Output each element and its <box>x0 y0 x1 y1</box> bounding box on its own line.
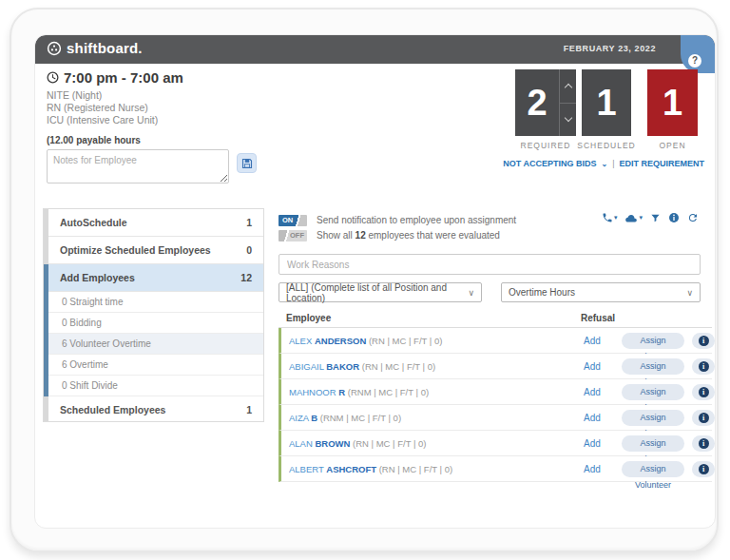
show-all-toggle[interactable]: OFF <box>279 230 307 241</box>
stepper-down-button[interactable] <box>560 104 576 137</box>
required-value: 2 <box>515 69 559 136</box>
work-reasons-input[interactable] <box>279 254 701 275</box>
save-notes-button[interactable] <box>237 153 257 173</box>
employee-name[interactable]: ALAN BROWN (RN | MC | F/T | 0) <box>289 438 426 449</box>
overtime-hours-select[interactable]: Overtime Hours ∨ <box>501 282 701 302</box>
filter-button[interactable] <box>650 213 661 223</box>
payable-hours: (12.00 payable hours <box>47 135 141 145</box>
add-refusal-link[interactable]: Add <box>584 361 601 372</box>
sidebar-item-optimize-scheduled-employees[interactable]: Optimize Scheduled Employees 0 <box>48 237 263 264</box>
position-location-select[interactable]: [ALL] (Complete list of all Position and… <box>279 282 482 302</box>
schedule-sidebar: AutoSchedule 1 Optimize Scheduled Employ… <box>43 208 264 422</box>
help-button[interactable]: ? <box>681 35 715 73</box>
shiftboard-logo-icon <box>47 41 62 56</box>
sidebar-subitem[interactable]: 0 Shift Divide <box>48 376 263 396</box>
sidebar-subitem[interactable]: 0 Straight time <box>48 292 263 313</box>
assign-volunteer-button[interactable]: Assign Volunteer <box>622 461 684 477</box>
edit-requirement-link[interactable]: EDIT REQUIREMENT <box>619 159 704 168</box>
select-chevron-icon: ∨ <box>468 288 474 298</box>
employee-info-button[interactable]: i <box>692 435 715 452</box>
open-counter: 1 <box>647 69 698 136</box>
info-icon: i <box>699 361 709 372</box>
item-label: Add Employees <box>60 272 135 283</box>
bids-caret-icon[interactable]: ⌄ <box>601 160 607 168</box>
notification-toggle[interactable]: ON <box>279 215 307 226</box>
item-count: 12 <box>240 272 252 283</box>
employee-info-button[interactable]: i <box>692 384 715 400</box>
refresh-button[interactable] <box>687 212 699 223</box>
required-stepper[interactable] <box>559 69 576 136</box>
assign-volunteer-button[interactable]: Assign Volunteer <box>622 333 684 349</box>
phone-button[interactable]: ▾ <box>602 212 618 223</box>
employee-name[interactable]: ABIGAIL BAKOR (RN | MC | F/T | 0) <box>289 361 435 372</box>
employee-column-header: Employee <box>286 313 331 323</box>
assign-volunteer-button[interactable]: Assign Volunteer <box>622 358 684 375</box>
clock-icon <box>47 71 59 84</box>
chevron-down-icon <box>564 114 571 122</box>
employee-info-button[interactable]: i <box>692 410 715 426</box>
employee-row: MAHNOOR R (RNM | MC | F/T | 0) Add Assig… <box>279 379 712 405</box>
employee-row: ABIGAIL BAKOR (RN | MC | F/T | 0) Add As… <box>279 354 712 379</box>
add-refusal-link[interactable]: Add <box>584 387 601 397</box>
employee-row: AIZA B (RNM | MC | F/T | 0) Add Assign V… <box>279 405 712 431</box>
stepper-up-button[interactable] <box>560 69 576 104</box>
shiftboard-logo: shiftboard. <box>47 40 143 56</box>
shift-time: 7:00 pm - 7:00 am <box>47 69 183 86</box>
subitem-label: 6 Overtime <box>62 359 108 370</box>
refusal-column-header: Refusal <box>581 313 615 323</box>
top-bar: shiftboard. FEBRUARY 23, 2022 <box>35 35 715 64</box>
employee-info-button[interactable]: i <box>692 461 715 477</box>
sidebar-item-autoschedule[interactable]: AutoSchedule 1 <box>48 209 263 237</box>
required-counter: 2 <box>515 69 576 136</box>
employee-name[interactable]: MAHNOOR R (RNM | MC | F/T | 0) <box>289 387 429 397</box>
subitem-label: 6 Volunteer Overtime <box>62 338 151 349</box>
sidebar-subitem[interactable]: 6 Overtime <box>48 355 263 376</box>
sidebar-item-add-employees[interactable]: Add Employees 12 <box>48 264 263 292</box>
employee-info-button[interactable]: i <box>692 358 715 375</box>
sidebar-subitem[interactable]: 0 Bidding <box>48 313 263 334</box>
notes-for-employee-input[interactable] <box>47 149 229 183</box>
requirement-links: NOT ACCEPTING BIDS ⌄ | EDIT REQUIREMENT <box>503 159 704 168</box>
employee-info-button[interactable]: i <box>692 333 715 349</box>
item-label: Scheduled Employees <box>60 404 165 415</box>
open-value: 1 <box>647 69 698 136</box>
item-label: Optimize Scheduled Employees <box>60 244 211 256</box>
notification-toggle-label: Send notification to employee upon assig… <box>317 215 516 225</box>
add-refusal-link[interactable]: Add <box>584 413 601 423</box>
show-all-toggle-label: Show all 12 employees that were evaluate… <box>317 230 500 241</box>
overtime-hours-value: Overtime Hours <box>509 287 575 298</box>
info-button[interactable] <box>668 212 680 223</box>
info-icon <box>668 212 680 223</box>
export-caret-icon: ▾ <box>639 214 643 222</box>
sidebar-item-scheduled-employees[interactable]: Scheduled Employees 1 <box>48 396 263 422</box>
assign-volunteer-button[interactable]: Assign Volunteer <box>622 410 684 426</box>
panel-toolbar: ▾ ▾ <box>602 212 699 223</box>
position-location-value: [ALL] (Complete list of all Position and… <box>286 282 468 303</box>
add-employees-panel: ON Send notification to employee upon as… <box>279 208 712 493</box>
sidebar-subitem[interactable]: 6 Volunteer Overtime <box>48 334 263 355</box>
shift-type: NITE (Night) <box>47 89 102 101</box>
employee-name[interactable]: AIZA B (RNM | MC | F/T | 0) <box>289 413 401 423</box>
cloud-icon <box>624 213 638 223</box>
export-button[interactable]: ▾ <box>624 213 643 223</box>
employee-table: ALEX ANDERSON (RN | MC | F/T | 0) Add As… <box>279 328 712 482</box>
item-count: 0 <box>246 244 252 256</box>
not-accepting-bids-link[interactable]: NOT ACCEPTING BIDS <box>503 159 596 168</box>
subitem-label: 0 Shift Divide <box>62 380 118 391</box>
info-icon: i <box>699 387 709 397</box>
assign-volunteer-button[interactable]: Assign Volunteer <box>622 435 684 452</box>
item-count: 1 <box>246 404 252 415</box>
item-count: 1 <box>246 217 252 228</box>
employee-name[interactable]: ALEX ANDERSON (RN | MC | F/T | 0) <box>289 336 442 346</box>
add-refusal-link[interactable]: Add <box>584 336 601 346</box>
add-refusal-link[interactable]: Add <box>584 464 601 474</box>
subitem-label: 0 Straight time <box>62 297 123 307</box>
employee-name[interactable]: ALBERT ASHCROFT (RN | MC | F/T | 0) <box>289 464 452 474</box>
scheduled-counter: 1 <box>582 69 631 136</box>
item-label: AutoSchedule <box>60 217 127 228</box>
shift-time-text: 7:00 pm - 7:00 am <box>64 69 183 86</box>
add-refusal-link[interactable]: Add <box>584 438 601 449</box>
assign-volunteer-button[interactable]: Assign Volunteer <box>622 384 684 400</box>
filter-icon <box>650 213 661 223</box>
logo-text: shiftboard. <box>67 40 143 56</box>
